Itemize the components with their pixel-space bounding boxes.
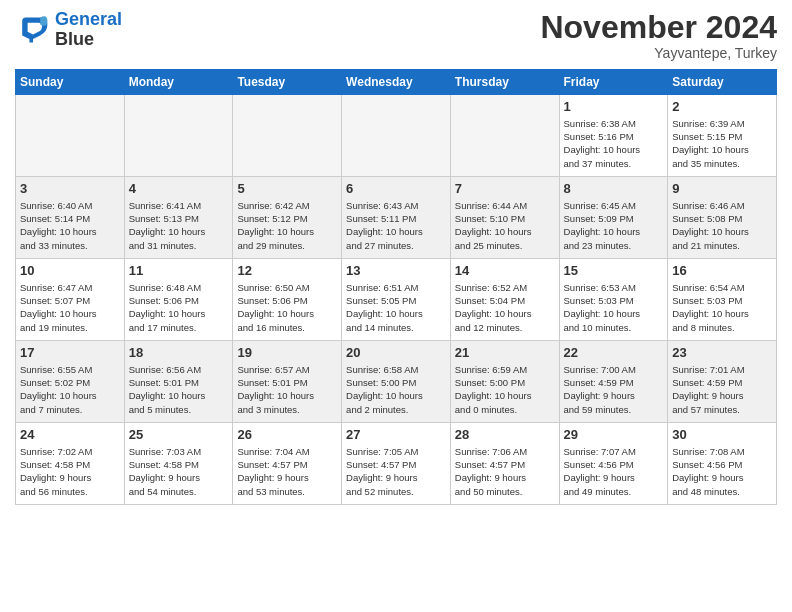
day-number: 4 xyxy=(129,180,229,198)
weekday-header: Wednesday xyxy=(342,70,451,95)
calendar-week-row: 24Sunrise: 7:02 AM Sunset: 4:58 PM Dayli… xyxy=(16,423,777,505)
day-info: Sunrise: 6:48 AM Sunset: 5:06 PM Dayligh… xyxy=(129,281,229,334)
calendar-week-row: 1Sunrise: 6:38 AM Sunset: 5:16 PM Daylig… xyxy=(16,95,777,177)
day-info: Sunrise: 7:07 AM Sunset: 4:56 PM Dayligh… xyxy=(564,445,664,498)
calendar-body: 1Sunrise: 6:38 AM Sunset: 5:16 PM Daylig… xyxy=(16,95,777,505)
logo-text: General Blue xyxy=(55,10,122,50)
weekday-header: Sunday xyxy=(16,70,125,95)
calendar-cell: 3Sunrise: 6:40 AM Sunset: 5:14 PM Daylig… xyxy=(16,177,125,259)
day-number: 7 xyxy=(455,180,555,198)
day-info: Sunrise: 6:50 AM Sunset: 5:06 PM Dayligh… xyxy=(237,281,337,334)
day-number: 14 xyxy=(455,262,555,280)
day-number: 25 xyxy=(129,426,229,444)
calendar-cell: 13Sunrise: 6:51 AM Sunset: 5:05 PM Dayli… xyxy=(342,259,451,341)
calendar-cell: 10Sunrise: 6:47 AM Sunset: 5:07 PM Dayli… xyxy=(16,259,125,341)
calendar-cell: 23Sunrise: 7:01 AM Sunset: 4:59 PM Dayli… xyxy=(668,341,777,423)
day-number: 29 xyxy=(564,426,664,444)
calendar-cell: 16Sunrise: 6:54 AM Sunset: 5:03 PM Dayli… xyxy=(668,259,777,341)
calendar-cell: 19Sunrise: 6:57 AM Sunset: 5:01 PM Dayli… xyxy=(233,341,342,423)
calendar-cell: 12Sunrise: 6:50 AM Sunset: 5:06 PM Dayli… xyxy=(233,259,342,341)
day-number: 24 xyxy=(20,426,120,444)
calendar-cell xyxy=(342,95,451,177)
day-number: 10 xyxy=(20,262,120,280)
day-number: 16 xyxy=(672,262,772,280)
day-info: Sunrise: 7:08 AM Sunset: 4:56 PM Dayligh… xyxy=(672,445,772,498)
calendar-cell: 29Sunrise: 7:07 AM Sunset: 4:56 PM Dayli… xyxy=(559,423,668,505)
day-info: Sunrise: 7:02 AM Sunset: 4:58 PM Dayligh… xyxy=(20,445,120,498)
weekday-header: Monday xyxy=(124,70,233,95)
day-info: Sunrise: 6:40 AM Sunset: 5:14 PM Dayligh… xyxy=(20,199,120,252)
calendar-cell xyxy=(16,95,125,177)
calendar-cell xyxy=(233,95,342,177)
day-info: Sunrise: 6:52 AM Sunset: 5:04 PM Dayligh… xyxy=(455,281,555,334)
calendar-week-row: 17Sunrise: 6:55 AM Sunset: 5:02 PM Dayli… xyxy=(16,341,777,423)
day-info: Sunrise: 6:45 AM Sunset: 5:09 PM Dayligh… xyxy=(564,199,664,252)
day-number: 28 xyxy=(455,426,555,444)
calendar-cell: 28Sunrise: 7:06 AM Sunset: 4:57 PM Dayli… xyxy=(450,423,559,505)
weekday-header: Friday xyxy=(559,70,668,95)
day-info: Sunrise: 6:38 AM Sunset: 5:16 PM Dayligh… xyxy=(564,117,664,170)
day-number: 5 xyxy=(237,180,337,198)
day-number: 15 xyxy=(564,262,664,280)
day-number: 13 xyxy=(346,262,446,280)
header: General Blue November 2024 Yayvantepe, T… xyxy=(15,10,777,61)
day-info: Sunrise: 7:01 AM Sunset: 4:59 PM Dayligh… xyxy=(672,363,772,416)
day-info: Sunrise: 6:51 AM Sunset: 5:05 PM Dayligh… xyxy=(346,281,446,334)
weekday-header: Thursday xyxy=(450,70,559,95)
calendar-cell: 9Sunrise: 6:46 AM Sunset: 5:08 PM Daylig… xyxy=(668,177,777,259)
day-info: Sunrise: 7:06 AM Sunset: 4:57 PM Dayligh… xyxy=(455,445,555,498)
day-info: Sunrise: 6:57 AM Sunset: 5:01 PM Dayligh… xyxy=(237,363,337,416)
day-number: 3 xyxy=(20,180,120,198)
day-number: 1 xyxy=(564,98,664,116)
day-number: 11 xyxy=(129,262,229,280)
calendar-cell: 30Sunrise: 7:08 AM Sunset: 4:56 PM Dayli… xyxy=(668,423,777,505)
calendar-cell: 25Sunrise: 7:03 AM Sunset: 4:58 PM Dayli… xyxy=(124,423,233,505)
calendar-cell: 11Sunrise: 6:48 AM Sunset: 5:06 PM Dayli… xyxy=(124,259,233,341)
calendar-cell: 4Sunrise: 6:41 AM Sunset: 5:13 PM Daylig… xyxy=(124,177,233,259)
day-info: Sunrise: 7:03 AM Sunset: 4:58 PM Dayligh… xyxy=(129,445,229,498)
day-number: 2 xyxy=(672,98,772,116)
day-info: Sunrise: 7:00 AM Sunset: 4:59 PM Dayligh… xyxy=(564,363,664,416)
day-info: Sunrise: 6:56 AM Sunset: 5:01 PM Dayligh… xyxy=(129,363,229,416)
calendar-cell: 17Sunrise: 6:55 AM Sunset: 5:02 PM Dayli… xyxy=(16,341,125,423)
day-number: 6 xyxy=(346,180,446,198)
day-number: 20 xyxy=(346,344,446,362)
calendar-cell: 6Sunrise: 6:43 AM Sunset: 5:11 PM Daylig… xyxy=(342,177,451,259)
day-number: 18 xyxy=(129,344,229,362)
day-info: Sunrise: 6:47 AM Sunset: 5:07 PM Dayligh… xyxy=(20,281,120,334)
day-info: Sunrise: 6:44 AM Sunset: 5:10 PM Dayligh… xyxy=(455,199,555,252)
day-number: 8 xyxy=(564,180,664,198)
day-info: Sunrise: 7:05 AM Sunset: 4:57 PM Dayligh… xyxy=(346,445,446,498)
day-info: Sunrise: 6:43 AM Sunset: 5:11 PM Dayligh… xyxy=(346,199,446,252)
calendar-cell: 18Sunrise: 6:56 AM Sunset: 5:01 PM Dayli… xyxy=(124,341,233,423)
day-info: Sunrise: 6:59 AM Sunset: 5:00 PM Dayligh… xyxy=(455,363,555,416)
calendar-cell: 26Sunrise: 7:04 AM Sunset: 4:57 PM Dayli… xyxy=(233,423,342,505)
calendar-cell: 1Sunrise: 6:38 AM Sunset: 5:16 PM Daylig… xyxy=(559,95,668,177)
calendar-cell: 14Sunrise: 6:52 AM Sunset: 5:04 PM Dayli… xyxy=(450,259,559,341)
day-number: 30 xyxy=(672,426,772,444)
calendar-cell: 8Sunrise: 6:45 AM Sunset: 5:09 PM Daylig… xyxy=(559,177,668,259)
day-number: 9 xyxy=(672,180,772,198)
logo-icon xyxy=(15,12,51,48)
logo: General Blue xyxy=(15,10,122,50)
calendar-cell: 22Sunrise: 7:00 AM Sunset: 4:59 PM Dayli… xyxy=(559,341,668,423)
calendar-header: SundayMondayTuesdayWednesdayThursdayFrid… xyxy=(16,70,777,95)
weekday-row: SundayMondayTuesdayWednesdayThursdayFrid… xyxy=(16,70,777,95)
day-number: 12 xyxy=(237,262,337,280)
day-info: Sunrise: 6:53 AM Sunset: 5:03 PM Dayligh… xyxy=(564,281,664,334)
calendar-cell: 7Sunrise: 6:44 AM Sunset: 5:10 PM Daylig… xyxy=(450,177,559,259)
weekday-header: Saturday xyxy=(668,70,777,95)
day-number: 23 xyxy=(672,344,772,362)
calendar-cell: 24Sunrise: 7:02 AM Sunset: 4:58 PM Dayli… xyxy=(16,423,125,505)
day-info: Sunrise: 6:39 AM Sunset: 5:15 PM Dayligh… xyxy=(672,117,772,170)
day-info: Sunrise: 7:04 AM Sunset: 4:57 PM Dayligh… xyxy=(237,445,337,498)
calendar-cell: 27Sunrise: 7:05 AM Sunset: 4:57 PM Dayli… xyxy=(342,423,451,505)
calendar-week-row: 3Sunrise: 6:40 AM Sunset: 5:14 PM Daylig… xyxy=(16,177,777,259)
calendar-week-row: 10Sunrise: 6:47 AM Sunset: 5:07 PM Dayli… xyxy=(16,259,777,341)
day-number: 26 xyxy=(237,426,337,444)
calendar-cell: 5Sunrise: 6:42 AM Sunset: 5:12 PM Daylig… xyxy=(233,177,342,259)
day-number: 19 xyxy=(237,344,337,362)
location-title: Yayvantepe, Turkey xyxy=(540,45,777,61)
calendar: SundayMondayTuesdayWednesdayThursdayFrid… xyxy=(15,69,777,505)
day-info: Sunrise: 6:41 AM Sunset: 5:13 PM Dayligh… xyxy=(129,199,229,252)
